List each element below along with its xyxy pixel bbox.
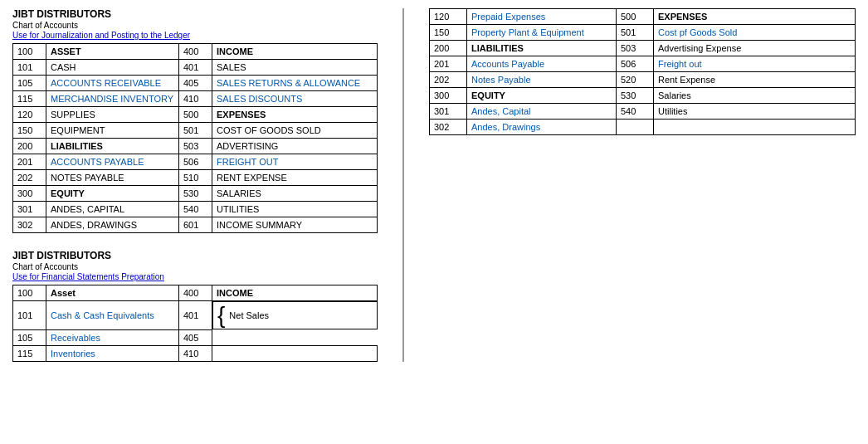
- table-row: 302ANDES, DRAWINGS601INCOME SUMMARY: [13, 217, 378, 233]
- account-label-2: INCOME: [212, 44, 378, 60]
- account-number: 302: [430, 120, 467, 135]
- account-label-2: [654, 120, 856, 135]
- table-row: 115MERCHANDISE INVENTORY410SALES DISCOUN…: [13, 91, 378, 107]
- account-label: Andes, Capital: [467, 104, 617, 120]
- right-table: 120Prepaid Expenses500EXPENSES150Propert…: [429, 8, 856, 135]
- account-label: ACCOUNTS PAYABLE: [46, 154, 179, 170]
- account-label-2: [212, 345, 378, 361]
- account-label-2: RENT EXPENSE: [212, 170, 378, 186]
- table-row: 100ASSET400INCOME: [13, 44, 378, 60]
- bottom-left-subtitle2: Use for Financial Statements Preparation: [12, 272, 378, 281]
- top-left-subtitle2: Use for Journalization and Posting to th…: [12, 31, 378, 40]
- account-label-2: SALES RETURNS & ALLOWANCE: [212, 76, 378, 91]
- account-number-2: 510: [179, 170, 212, 186]
- account-label-2: Cost pf Goods Sold: [654, 25, 856, 41]
- table-row: 300EQUITY530SALARIES: [13, 186, 378, 202]
- account-label-2: COST OF GOODS SOLD: [212, 123, 378, 139]
- account-number-2: 501: [179, 123, 212, 139]
- account-label-2: EXPENSES: [654, 9, 856, 25]
- account-label-2: FREIGHT OUT: [212, 154, 378, 170]
- account-number-2: 400: [179, 44, 212, 60]
- account-number-2: [617, 120, 654, 135]
- account-number: 101: [13, 60, 46, 76]
- account-label: Property Plant & Equipment: [467, 25, 617, 41]
- account-number: 302: [13, 217, 46, 233]
- account-number-2: 500: [617, 9, 654, 25]
- account-number: 100: [13, 285, 46, 301]
- account-number: 120: [13, 107, 46, 123]
- right-column: 120Prepaid Expenses500EXPENSES150Propert…: [429, 8, 856, 362]
- account-number-2: 503: [617, 41, 654, 56]
- account-label: Asset: [46, 285, 179, 301]
- account-label: Inventories: [46, 345, 179, 361]
- account-number-2: 410: [179, 91, 212, 107]
- account-number: 201: [430, 56, 467, 72]
- account-number-2: 506: [617, 56, 654, 72]
- table-row: 200LIABILITIES503Advertising Expense: [430, 41, 856, 56]
- account-number-2: 520: [617, 72, 654, 88]
- account-number: 150: [13, 123, 46, 139]
- account-label: EQUITY: [46, 186, 179, 202]
- account-number: 101: [13, 301, 46, 330]
- account-label: NOTES PAYABLE: [46, 170, 179, 186]
- account-number: 200: [13, 139, 46, 154]
- account-label: LIABILITIES: [467, 41, 617, 56]
- table-row: 301ANDES, CAPITAL540UTILITIES: [13, 202, 378, 217]
- account-number: 300: [430, 88, 467, 104]
- account-label-2: UTILITIES: [212, 202, 378, 217]
- table-row: 302Andes, Drawings: [430, 120, 856, 135]
- table-row: 150EQUIPMENT501COST OF GOODS SOLD: [13, 123, 378, 139]
- bottom-left-subtitle1: Chart of Accounts: [12, 262, 378, 271]
- table-row: 105Receivables405: [13, 329, 378, 345]
- account-label-2: INCOME SUMMARY: [212, 217, 378, 233]
- account-number: 200: [430, 41, 467, 56]
- account-label: LIABILITIES: [46, 139, 179, 154]
- top-left-section: JIBT DISTRIBUTORS Chart of Accounts Use …: [12, 8, 378, 233]
- account-number-2: 400: [179, 285, 212, 301]
- account-label: Accounts Payable: [467, 56, 617, 72]
- account-label-2: ADVERTISING: [212, 139, 378, 154]
- account-label: Andes, Drawings: [467, 120, 617, 135]
- account-label-2: SALARIES: [212, 186, 378, 202]
- account-number-2: 601: [179, 217, 212, 233]
- account-number-2: 530: [617, 88, 654, 104]
- table-row: 202Notes Payable520Rent Expense: [430, 72, 856, 88]
- account-label-2: Advertising Expense: [654, 41, 856, 56]
- account-label: Receivables: [46, 329, 179, 345]
- account-label: EQUIPMENT: [46, 123, 179, 139]
- account-number: 300: [13, 186, 46, 202]
- account-label: CASH: [46, 60, 179, 76]
- account-number-2: 410: [179, 345, 212, 361]
- account-number-2: 405: [179, 76, 212, 91]
- table-row: 120SUPPLIES500EXPENSES: [13, 107, 378, 123]
- account-label-2: SALES DISCOUNTS: [212, 91, 378, 107]
- vertical-divider: [402, 8, 404, 362]
- table-row: 115Inventories410: [13, 345, 378, 361]
- account-label-2: EXPENSES: [212, 107, 378, 123]
- account-number: 150: [430, 25, 467, 41]
- account-label-2: Rent Expense: [654, 72, 856, 88]
- table-row: 150Property Plant & Equipment501Cost pf …: [430, 25, 856, 41]
- table-row: 100Asset400INCOME: [13, 285, 378, 301]
- account-number-2: 506: [179, 154, 212, 170]
- account-label-2: Freight out: [654, 56, 856, 72]
- account-number: 115: [13, 91, 46, 107]
- table-row: 201ACCOUNTS PAYABLE506FREIGHT OUT: [13, 154, 378, 170]
- table-row: 202NOTES PAYABLE510RENT EXPENSE: [13, 170, 378, 186]
- bottom-left-table: 100Asset400INCOME101Cash & Cash Equivale…: [12, 285, 378, 362]
- table-row: 300EQUITY530Salaries: [430, 88, 856, 104]
- account-number: 301: [430, 104, 467, 120]
- account-label-2: INCOME: [212, 285, 378, 301]
- account-label: Notes Payable: [467, 72, 617, 88]
- account-label-2: Utilities: [654, 104, 856, 120]
- table-row: 101Cash & Cash Equivalents401{Net Sales: [13, 301, 378, 330]
- account-label: ACCOUNTS RECEIVABLE: [46, 76, 179, 91]
- top-left-table: 100ASSET400INCOME101CASH401SALES105ACCOU…: [12, 43, 378, 233]
- account-label: EQUITY: [467, 88, 617, 104]
- account-label-2: Salaries: [654, 88, 856, 104]
- account-number-2: 401: [179, 301, 212, 330]
- left-column: JIBT DISTRIBUTORS Chart of Accounts Use …: [12, 8, 378, 362]
- account-label: MERCHANDISE INVENTORY: [46, 91, 179, 107]
- table-row: 101CASH401SALES: [13, 60, 378, 76]
- account-number: 202: [13, 170, 46, 186]
